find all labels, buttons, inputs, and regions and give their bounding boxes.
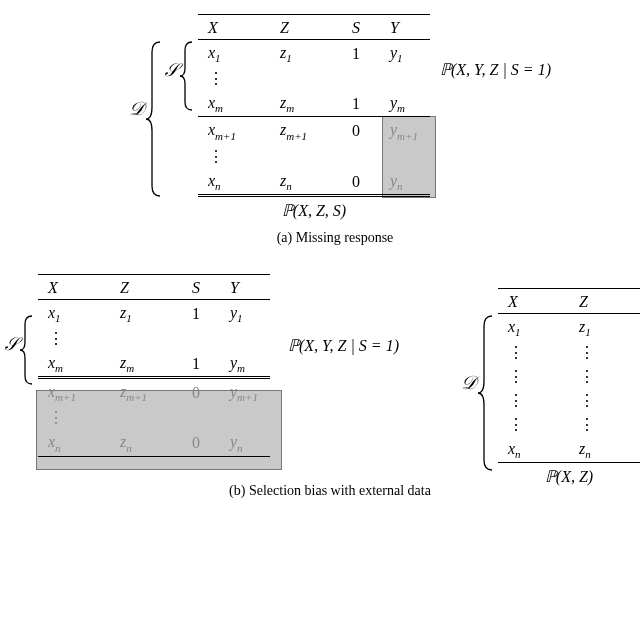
brace-S-a <box>180 40 194 112</box>
label-S-b: 𝒮 <box>4 334 17 355</box>
caption-a: (a) Missing response <box>30 230 640 246</box>
table-row: x1 z1 1 y1 <box>198 40 430 67</box>
table-row: ⋮ ⋮ <box>498 388 640 412</box>
th-Y: Y <box>380 15 430 40</box>
figure-b: 𝒮 ℙ(X, Y, Z | S = 1) X Z S Y x1 z1 1 y1 … <box>0 274 640 499</box>
brace-S-b <box>20 314 34 386</box>
table-row: ⋮ <box>198 66 430 90</box>
table-row: ⋮ ⋮ <box>498 412 640 436</box>
th-X: X <box>198 15 270 40</box>
dist-PXYZgS-b: ℙ(X, Y, Z | S = 1) <box>288 336 399 355</box>
table-b-right-header: X Z <box>498 288 640 313</box>
table-a-header: X Z S Y <box>198 15 430 40</box>
dist-PXYZgS-a: ℙ(X, Y, Z | S = 1) <box>440 60 551 79</box>
table-a-footer: ℙ(X, Z, S) <box>198 195 430 222</box>
table-row: xm zm 1 ym <box>38 350 270 378</box>
table-row: xn zn 0 yn <box>38 429 270 456</box>
table-b-left: X Z S Y x1 z1 1 y1 ⋮ xm zm 1 ym xm+1 zm+… <box>38 274 270 457</box>
label-D-b: 𝒟 <box>460 372 476 394</box>
table-b-header: X Z S Y <box>38 274 270 299</box>
th-X: X <box>38 274 110 299</box>
table-a: X Z S Y x1 z1 1 y1 ⋮ xm zm 1 ym xm+1 zm+… <box>198 14 430 222</box>
brace-D-b <box>478 314 494 472</box>
th-Z: Z <box>569 288 640 313</box>
th-S: S <box>342 15 380 40</box>
table-b-right-footer: ℙ(X, Z) <box>498 463 640 489</box>
table-row: xm+1 zm+1 0 ym+1 <box>198 117 430 144</box>
label-D: 𝒟 <box>128 98 144 120</box>
th-X: X <box>498 288 569 313</box>
table-row: ⋮ ⋮ <box>498 364 640 388</box>
table-row: ⋮ <box>38 326 270 350</box>
figure-a: 𝒟 𝒮 ℙ(X, Y, Z | S = 1) X Z S Y x1 z1 1 y… <box>0 0 640 246</box>
brace-D <box>146 40 162 198</box>
th-Y: Y <box>220 274 270 299</box>
table-row: ⋮ <box>38 405 270 429</box>
label-S-a: 𝒮 <box>164 60 177 81</box>
table-row: ⋮ ⋮ <box>498 340 640 364</box>
table-b-right: X Z x1 z1 ⋮ ⋮ ⋮ ⋮ ⋮ ⋮ ⋮ ⋮ xn zn ℙ(X, Z) <box>498 288 640 488</box>
table-row: x1 z1 <box>498 313 640 340</box>
table-row: xm zm 1 ym <box>198 90 430 117</box>
table-row: xn zn <box>498 436 640 463</box>
th-Z: Z <box>110 274 182 299</box>
th-S: S <box>182 274 220 299</box>
table-row: x1 z1 1 y1 <box>38 299 270 326</box>
table-row: xm+1 zm+1 0 ym+1 <box>38 378 270 406</box>
table-row: ⋮ <box>198 144 430 168</box>
table-row: xn zn 0 yn <box>198 168 430 196</box>
th-Z: Z <box>270 15 342 40</box>
